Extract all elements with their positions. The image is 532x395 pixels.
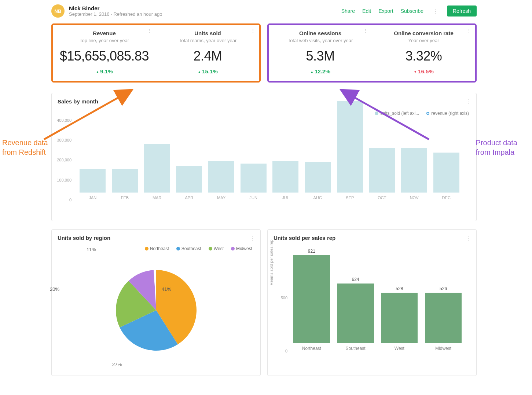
rep-bar-chart[interactable]: Reams sold per sales rep 0500 921Northea…	[268, 245, 476, 351]
units-per-rep-panel: Units sold per sales rep ⋮ Reams sold pe…	[267, 229, 477, 376]
kpi-card-conversion-rate: ⋮ Online conversion rate Year over year …	[372, 25, 475, 81]
pie-slice-label: 20%	[50, 286, 59, 292]
dashboard-header: NB Nick Binder September 1, 2016 · Refre…	[51, 3, 477, 23]
more-icon[interactable]: ⋮	[466, 28, 472, 34]
kpi-value: 5.3M	[272, 48, 368, 64]
kpi-title: Units sold	[160, 30, 256, 36]
more-icon[interactable]: ⋮	[250, 28, 256, 34]
pie-legend-item: Southeast	[176, 246, 201, 251]
more-icon[interactable]: ⋮	[465, 235, 471, 242]
pie-slice-label: 11%	[87, 247, 96, 252]
annotation-impala: Product datafrom Impala	[476, 138, 517, 157]
kpi-change: 16.5%	[376, 68, 472, 74]
kpi-row: ⋮ Revenue Top line, year over year $15,6…	[51, 23, 477, 83]
kpi-value: 2.4M	[160, 48, 256, 64]
bar-col: OCT	[367, 148, 397, 200]
rep-bar-col: 526Midwest	[425, 293, 462, 351]
pie-svg	[107, 261, 206, 360]
avatar: NB	[51, 4, 65, 18]
bar-col: JAN	[77, 169, 108, 200]
kpi-change: 12.2%	[272, 68, 368, 74]
sales-by-month-panel: Sales by month ⋮ units_sold (left axi...…	[51, 93, 477, 221]
annotation-redshift: Revenue datafrom Redshift	[2, 138, 48, 157]
rep-bar-col: 624Southeast	[337, 284, 374, 351]
bar-col: SEP	[334, 101, 365, 200]
kpi-value: $15,655,085.83	[56, 48, 152, 64]
pie-legend-item: Northeast	[145, 246, 169, 251]
bar-col: FEB	[110, 169, 140, 200]
more-icon[interactable]: ⋮	[431, 8, 440, 15]
kpi-subtitle: Year over year	[376, 38, 472, 43]
kpi-group-impala: ⋮ Online sessions Total web visits, year…	[267, 23, 477, 83]
pie-legend: NortheastSoutheastWestMidwest	[52, 245, 260, 253]
kpi-change: 15.1%	[160, 68, 256, 74]
more-icon[interactable]: ⋮	[249, 235, 255, 242]
y-axis: 0100,000200,000300,000400,000	[52, 108, 74, 200]
bar-col: APR	[174, 166, 205, 200]
pie-slice-label: 27%	[112, 362, 122, 367]
pie-chart[interactable]: 41%27%20%11%	[52, 253, 260, 367]
kpi-title: Online conversion rate	[376, 30, 472, 36]
header-meta: Nick Binder September 1, 2016 · Refreshe…	[69, 5, 337, 17]
kpi-change: 9.1%	[56, 68, 152, 74]
pie-legend-item: West	[209, 246, 224, 251]
bar-col: MAR	[142, 144, 172, 200]
bar-col: JUN	[238, 164, 269, 200]
kpi-card-online-sessions: ⋮ Online sessions Total web visits, year…	[269, 25, 372, 81]
panel-title: Units sold by region	[52, 230, 260, 245]
panel-title: Units sold per sales rep	[268, 230, 476, 245]
kpi-title: Online sessions	[272, 30, 368, 36]
pie-slice-label: 41%	[162, 286, 171, 292]
y-axis: 0500	[268, 245, 290, 351]
header-subtitle: September 1, 2016 · Refreshed an hour ag…	[69, 11, 337, 17]
sales-bar-chart[interactable]: 0100,000200,000300,000400,000 JANFEBMARA…	[52, 108, 476, 200]
kpi-group-redshift: ⋮ Revenue Top line, year over year $15,6…	[51, 23, 261, 83]
kpi-subtitle: Total web visits, year over year	[272, 38, 368, 43]
bar-col: AUG	[302, 162, 333, 200]
bar-col: JUL	[270, 161, 301, 200]
kpi-subtitle: Total reams, year over year	[160, 38, 256, 43]
kpi-value: 3.32%	[376, 48, 472, 64]
rep-bar-col: 921Northeast	[293, 255, 330, 351]
units-by-region-panel: Units sold by region ⋮ NortheastSoutheas…	[51, 229, 261, 376]
more-icon[interactable]: ⋮	[147, 28, 152, 34]
refresh-button[interactable]: Refresh	[447, 6, 477, 17]
kpi-subtitle: Top line, year over year	[56, 38, 152, 43]
header-actions: Share Edit Export Subscribe ⋮ Refresh	[341, 6, 477, 17]
more-icon[interactable]: ⋮	[465, 98, 471, 105]
kpi-card-units-sold: ⋮ Units sold Total reams, year over year…	[156, 25, 259, 81]
subscribe-link[interactable]: Subscribe	[401, 8, 423, 14]
kpi-card-revenue: ⋮ Revenue Top line, year over year $15,6…	[53, 25, 156, 81]
kpi-title: Revenue	[56, 30, 152, 36]
panel-title: Sales by month	[52, 93, 476, 108]
edit-link[interactable]: Edit	[362, 8, 371, 14]
share-link[interactable]: Share	[341, 8, 355, 14]
pie-legend-item: Midwest	[231, 246, 252, 251]
bar-col: NOV	[399, 148, 430, 200]
bar-col: DEC	[431, 153, 462, 200]
more-icon[interactable]: ⋮	[363, 28, 368, 34]
username: Nick Binder	[69, 5, 337, 11]
bar-col: MAY	[206, 161, 237, 200]
rep-bar-col: 528West	[381, 293, 418, 351]
export-link[interactable]: Export	[378, 8, 393, 14]
